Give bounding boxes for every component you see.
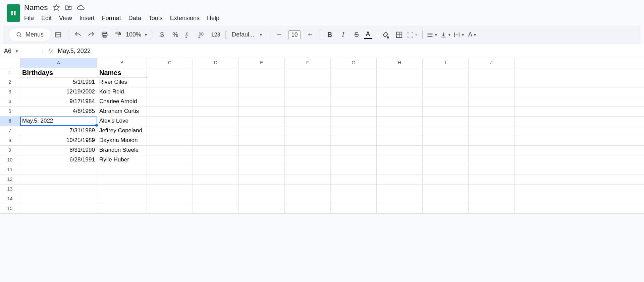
cell-G12[interactable] — [331, 175, 377, 184]
menu-data[interactable]: Data — [128, 14, 141, 22]
cell-E1[interactable] — [239, 68, 285, 78]
column-header-C[interactable]: C — [147, 58, 193, 68]
text-rotation-button[interactable]: A▼ — [467, 29, 478, 41]
font-family-dropdown[interactable]: Defaul... ▼ — [230, 31, 265, 38]
cell-D1[interactable] — [193, 68, 239, 78]
cell-H7[interactable] — [377, 126, 423, 136]
cell-A2[interactable]: 5/1/1991 — [20, 78, 97, 87]
cell-A14[interactable] — [20, 194, 97, 204]
select-all-corner[interactable] — [0, 58, 20, 68]
vertical-align-button[interactable]: ▼ — [440, 29, 451, 41]
cell-B2[interactable]: River Giles — [97, 78, 147, 87]
cell-J11[interactable] — [469, 165, 515, 174]
cell-B14[interactable] — [97, 194, 147, 204]
table-view-icon[interactable] — [52, 29, 64, 41]
document-title[interactable]: Names — [24, 3, 48, 12]
cell-G8[interactable] — [331, 136, 377, 145]
move-folder-icon[interactable] — [65, 4, 72, 11]
cell-F13[interactable] — [285, 185, 331, 194]
cell-C5[interactable] — [147, 107, 193, 116]
cell-G13[interactable] — [331, 185, 377, 194]
menu-format[interactable]: Format — [102, 14, 121, 22]
cell-F15[interactable] — [285, 204, 331, 213]
row-header-5[interactable]: 5 — [0, 107, 20, 116]
cell-G9[interactable] — [331, 146, 377, 155]
cell-A1[interactable]: Birthdays — [20, 68, 97, 77]
cell-G4[interactable] — [331, 97, 377, 107]
cell-B3[interactable]: Kole Reid — [97, 87, 147, 97]
cell-F12[interactable] — [285, 175, 331, 184]
cell-D11[interactable] — [193, 165, 239, 174]
cell-E2[interactable] — [239, 78, 285, 87]
cell-J7[interactable] — [469, 126, 515, 136]
cell-E9[interactable] — [239, 146, 285, 155]
column-header-D[interactable]: D — [193, 58, 239, 68]
column-header-B[interactable]: B — [97, 58, 147, 68]
cell-A13[interactable] — [20, 185, 97, 194]
cell-E12[interactable] — [239, 175, 285, 184]
cell-A15[interactable] — [20, 204, 97, 213]
row-header-7[interactable]: 7 — [0, 126, 20, 136]
cell-E7[interactable] — [239, 126, 285, 136]
cell-C6[interactable] — [147, 117, 193, 126]
cell-B7[interactable]: Jeffrey Copeland — [97, 126, 147, 136]
redo-button[interactable] — [86, 29, 97, 41]
row-header-3[interactable]: 3 — [0, 87, 20, 97]
menu-extensions[interactable]: Extensions — [170, 14, 200, 22]
cell-B10[interactable]: Rylie Huber — [97, 155, 147, 165]
cell-C11[interactable] — [147, 165, 193, 174]
decrease-font-button[interactable]: − — [273, 29, 285, 41]
cell-I8[interactable] — [423, 136, 469, 145]
cell-J15[interactable] — [469, 204, 515, 213]
row-header-15[interactable]: 15 — [0, 204, 20, 213]
cell-H15[interactable] — [377, 204, 423, 213]
menus-search[interactable]: Menus — [9, 28, 50, 41]
cell-D5[interactable] — [193, 107, 239, 116]
menu-file[interactable]: File — [24, 14, 34, 22]
cell-D13[interactable] — [193, 185, 239, 194]
cell-C9[interactable] — [147, 146, 193, 155]
cell-G1[interactable] — [331, 68, 377, 78]
cell-B8[interactable]: Dayana Mason — [97, 136, 147, 145]
cell-E13[interactable] — [239, 185, 285, 194]
cell-I7[interactable] — [423, 126, 469, 136]
cell-F4[interactable] — [285, 97, 331, 107]
row-header-13[interactable]: 13 — [0, 185, 20, 194]
cell-H3[interactable] — [377, 87, 423, 97]
cell-I4[interactable] — [423, 97, 469, 107]
cell-G7[interactable] — [331, 126, 377, 136]
cell-D9[interactable] — [193, 146, 239, 155]
cell-J1[interactable] — [469, 68, 515, 78]
borders-button[interactable] — [393, 29, 405, 41]
cell-H6[interactable] — [377, 117, 423, 126]
cell-A10[interactable]: 6/28/1991 — [20, 155, 97, 165]
cell-G15[interactable] — [331, 204, 377, 213]
cell-F6[interactable] — [285, 117, 331, 126]
cell-H13[interactable] — [377, 185, 423, 194]
cell-I12[interactable] — [423, 175, 469, 184]
horizontal-align-button[interactable]: ▼ — [427, 29, 438, 41]
cell-G3[interactable] — [331, 87, 377, 97]
cell-C15[interactable] — [147, 204, 193, 213]
cell-E11[interactable] — [239, 165, 285, 174]
cell-I10[interactable] — [423, 155, 469, 165]
cell-E4[interactable] — [239, 97, 285, 107]
cell-D4[interactable] — [193, 97, 239, 107]
fill-color-button[interactable] — [380, 29, 391, 41]
cell-D10[interactable] — [193, 155, 239, 165]
cell-A8[interactable]: 10/25/1989 — [20, 136, 97, 145]
font-size-input[interactable] — [288, 30, 301, 39]
cell-C14[interactable] — [147, 194, 193, 204]
increase-decimal-button[interactable]: .00 — [197, 29, 208, 41]
cell-I6[interactable] — [423, 117, 469, 126]
cell-J3[interactable] — [469, 87, 515, 97]
row-header-4[interactable]: 4 — [0, 97, 20, 107]
cell-H1[interactable] — [377, 68, 423, 78]
row-header-11[interactable]: 11 — [0, 165, 20, 174]
menu-tools[interactable]: Tools — [149, 14, 163, 22]
cell-C10[interactable] — [147, 155, 193, 165]
menu-insert[interactable]: Insert — [79, 14, 95, 22]
cell-E10[interactable] — [239, 155, 285, 165]
cell-G5[interactable] — [331, 107, 377, 116]
cell-J12[interactable] — [469, 175, 515, 184]
